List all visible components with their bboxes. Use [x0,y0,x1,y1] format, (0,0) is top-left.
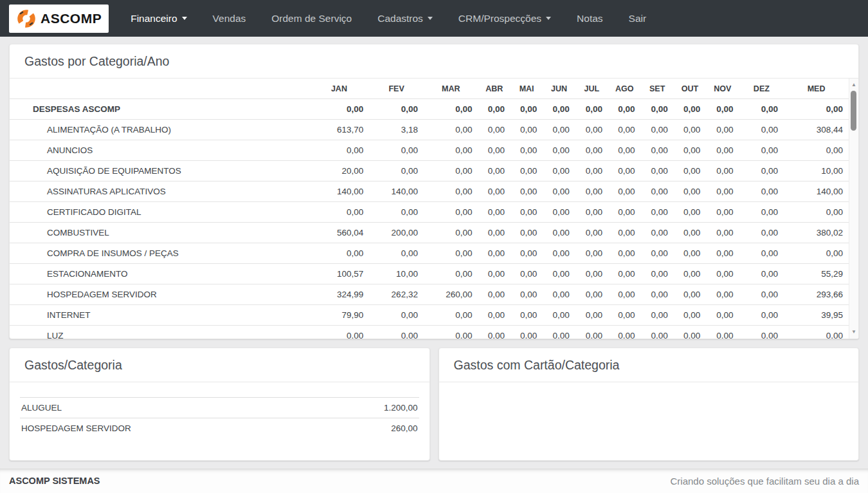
value-cell: 0,00 [478,326,511,339]
value-cell: 0,00 [543,284,575,305]
table-row-despesas-ascomp: DESPESAS ASCOMP0,000,000,000,000,000,000… [10,99,849,120]
nav-item-notas[interactable]: Notas [564,0,616,37]
nav-item-label: Sair [629,13,647,24]
value-cell: 0,00 [608,326,640,339]
category-label: ALIMENTAÇÃO (A TRABALHO) [10,120,309,140]
category-label: DESPESAS ASCOMP [10,99,309,120]
category-value: 1.200,00 [321,398,419,418]
value-cell: 0,00 [478,181,511,202]
value-cell: 0,00 [575,223,608,243]
table-row-assinaturas-aplicativos: ASSINATURAS APLICATIVOS140,00140,000,000… [10,181,849,202]
value-cell: 0,00 [739,223,784,243]
table-row-combustivel: COMBUSTIVEL560,04200,000,000,000,000,000… [10,223,849,243]
value-cell: 0,00 [608,140,640,161]
value-cell: 0,00 [674,223,706,243]
nav-item-cadastros[interactable]: Cadastros [365,0,446,37]
value-cell: 308,44 [784,120,849,140]
main-table-body: DESPESAS ASCOMP0,000,000,000,000,000,000… [10,99,849,339]
ascomp-logo-icon [16,8,37,29]
value-cell: 0,00 [478,305,511,326]
value-cell: 0,00 [640,202,673,223]
value-cell: 0,00 [424,305,478,326]
value-cell: 0,00 [640,223,673,243]
value-cell: 0,00 [309,243,370,264]
value-cell: 0,00 [478,202,511,223]
brand-logo[interactable]: ASCOMP [9,5,109,33]
scrollbar-up-icon[interactable]: ▲ [849,80,858,89]
value-cell: 0,00 [543,326,575,339]
value-cell: 0,00 [674,284,706,305]
value-cell: 0,00 [575,305,608,326]
value-cell: 0,00 [511,264,543,284]
column-header-jun: JUN [543,79,575,99]
value-cell: 0,00 [478,140,511,161]
footer-slogan: Criando soluções que facilitam seu dia a… [670,476,859,487]
chevron-down-icon [546,17,551,20]
value-cell: 39,95 [784,305,849,326]
value-cell: 0,00 [608,243,640,264]
value-cell: 0,00 [543,202,575,223]
gastos-categoria-table: ALUGUEL1.200,00HOSPEDAGEM SERVIDOR260,00 [20,397,419,438]
nav-item-ordem-de-servico[interactable]: Ordem de Serviço [258,0,365,37]
column-header-jan: JAN [309,79,370,99]
value-cell: 0,00 [608,99,640,120]
value-cell: 0,00 [706,120,739,140]
value-cell: 0,00 [739,181,784,202]
value-cell: 0,00 [369,243,424,264]
gastos-categoria-ano-table: JANFEVMARABRMAIJUNJULAGOSETOUTNOVDEZMED … [10,79,849,339]
main-table-header: JANFEVMARABRMAIJUNJULAGOSETOUTNOVDEZMED [10,79,849,99]
value-cell: 0,00 [640,305,673,326]
value-cell: 0,00 [478,120,511,140]
column-header-category [10,79,309,99]
value-cell: 0,00 [640,181,673,202]
gastos-categoria-table-body: ALUGUEL1.200,00HOSPEDAGEM SERVIDOR260,00 [20,398,419,439]
nav-item-label: CRM/Prospecções [458,13,541,24]
value-cell: 0,00 [478,223,511,243]
value-cell: 0,00 [608,181,640,202]
value-cell: 0,00 [424,99,478,120]
value-cell: 0,00 [478,284,511,305]
value-cell: 0,00 [575,181,608,202]
left-panel-title: Gastos/Categoria [10,348,429,382]
value-cell: 0,00 [369,202,424,223]
value-cell: 0,00 [575,264,608,284]
column-header-med: MED [784,79,849,99]
value-cell: 0,00 [369,161,424,181]
value-cell: 140,00 [784,181,849,202]
nav-item-label: Ordem de Serviço [271,13,352,24]
table-row-estacionamento: ESTACIONAMENTO100,5710,000,000,000,000,0… [10,264,849,284]
nav-item-crm-prospeccoes[interactable]: CRM/Prospecções [446,0,564,37]
value-cell: 0,00 [309,326,370,339]
nav-item-vendas[interactable]: Vendas [200,0,259,37]
nav-item-sair[interactable]: Sair [616,0,660,37]
value-cell: 0,00 [640,243,673,264]
value-cell: 0,00 [478,99,511,120]
value-cell: 293,66 [784,284,849,305]
value-cell: 0,00 [511,284,543,305]
value-cell: 0,00 [511,223,543,243]
table-row-luz: LUZ0,000,000,000,000,000,000,000,000,000… [10,326,849,339]
value-cell: 0,00 [739,99,784,120]
value-cell: 0,00 [608,284,640,305]
value-cell: 260,00 [424,284,478,305]
value-cell: 0,00 [575,120,608,140]
category-label: ESTACIONAMENTO [10,264,309,284]
table-scrollbar[interactable]: ▲ ▼ [849,79,858,339]
scrollbar-thumb[interactable] [851,91,856,131]
list-item-aluguel: ALUGUEL1.200,00 [20,398,419,418]
value-cell: 0,00 [424,140,478,161]
value-cell: 0,00 [608,202,640,223]
category-label: HOSPEDAGEM SERVIDOR [20,418,321,439]
value-cell: 0,00 [575,284,608,305]
value-cell: 0,00 [640,161,673,181]
nav-item-financeiro[interactable]: Financeiro [118,0,199,37]
nav-item-label: Cadastros [377,13,423,24]
scrollbar-down-icon[interactable]: ▼ [849,328,858,337]
value-cell: 0,00 [706,223,739,243]
value-cell: 613,70 [309,120,370,140]
value-cell: 0,00 [640,120,673,140]
value-cell: 0,00 [511,99,543,120]
category-label: ALUGUEL [20,398,321,418]
right-panel-title: Gastos com Cartão/Categoria [439,348,859,382]
column-header-jul: JUL [575,79,608,99]
